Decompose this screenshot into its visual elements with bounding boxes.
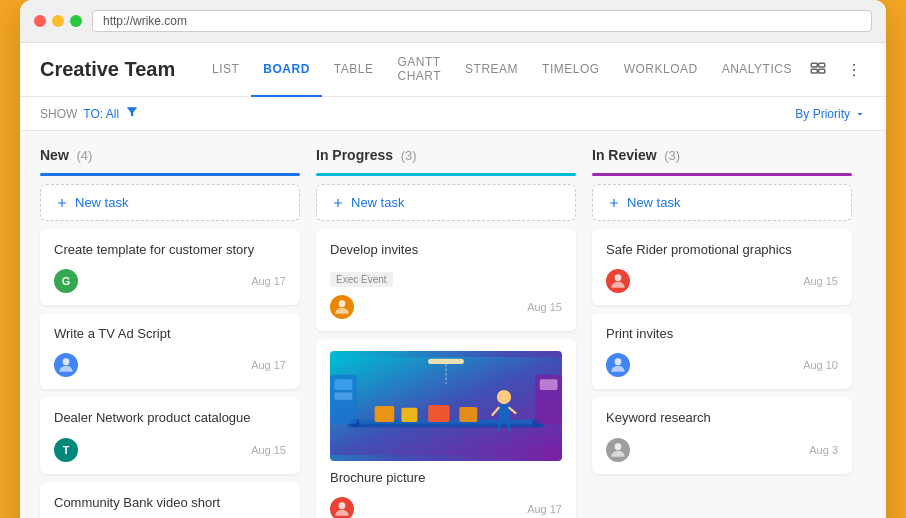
filter-left: SHOW TO: All [40,105,139,122]
header-actions [804,56,868,84]
plus-icon [607,196,621,210]
svg-rect-29 [428,359,464,364]
more-options-icon[interactable] [840,56,868,84]
tab-analytics[interactable]: ANALYTICS [710,43,804,97]
card-title: Brochure picture [330,469,562,487]
svg-point-23 [497,390,511,404]
tab-stream[interactable]: STREAM [453,43,530,97]
tab-board[interactable]: BOARD [251,43,322,97]
svg-rect-20 [334,393,352,400]
project-title: Creative Team [40,58,200,81]
close-button[interactable] [34,15,46,27]
column-in-progress: In Progress (3) New task Develop invites… [316,147,576,518]
svg-rect-0 [811,63,817,67]
svg-point-7 [63,359,70,366]
avatar: T [54,438,78,462]
new-task-label-in-progress: New task [351,195,404,210]
column-in-progress-title: In Progress [316,147,393,163]
card-title: Write a TV Ad Script [54,325,286,343]
plus-icon [55,196,69,210]
column-new: New (4) New task Create template for cus… [40,147,300,518]
column-in-review-header: In Review (3) [592,147,852,163]
svg-point-31 [339,503,346,510]
svg-rect-14 [375,406,395,422]
tab-timelog[interactable]: TIMELOG [530,43,612,97]
card-footer: Aug 15 [330,295,562,319]
card-date: Aug 17 [251,275,286,287]
card-date: Aug 3 [809,444,838,456]
new-task-button-in-progress[interactable]: New task [316,184,576,221]
tab-list[interactable]: LIST [200,43,251,97]
members-icon[interactable] [804,56,832,84]
filter-icon[interactable] [125,105,139,122]
new-task-button-in-review[interactable]: New task [592,184,852,221]
card-tv-ad[interactable]: Write a TV Ad Script Aug 17 [40,313,300,389]
svg-rect-1 [819,63,825,67]
card-brochure-picture[interactable]: Brochure picture Aug 17 [316,339,576,518]
card-title: Community Bank video short [54,494,286,512]
tab-table[interactable]: TABLE [322,43,386,97]
column-in-review-count: (3) [661,148,681,163]
card-title: Create template for customer story [54,241,286,259]
avatar [330,497,354,518]
column-new-title: New [40,147,69,163]
card-community-bank[interactable]: Community Bank video short G Aug 10 [40,482,300,518]
svg-rect-3 [819,69,825,73]
svg-rect-16 [428,405,449,422]
url-bar[interactable]: http://wrike.com [92,10,872,32]
traffic-lights [34,15,82,27]
card-tag: Exec Event [330,272,393,287]
avatar [330,295,354,319]
avatar [606,269,630,293]
avatar [54,353,78,377]
by-priority-dropdown[interactable]: By Priority [795,107,866,121]
show-label: SHOW [40,107,77,121]
svg-point-4 [853,63,855,65]
svg-point-32 [615,275,622,282]
card-footer: Aug 17 [54,353,286,377]
card-print-invites[interactable]: Print invites Aug 10 [592,313,852,389]
card-dealer-network[interactable]: Dealer Network product catalogue T Aug 1… [40,397,300,473]
card-date: Aug 17 [527,503,562,515]
avatar [606,353,630,377]
column-in-progress-header: In Progress (3) [316,147,576,163]
svg-rect-2 [811,69,817,73]
column-in-review-title: In Review [592,147,657,163]
card-create-template[interactable]: Create template for customer story G Aug… [40,229,300,305]
card-title: Keyword research [606,409,838,427]
browser-window: http://wrike.com Creative Team LIST BOAR… [20,0,886,518]
card-footer: G Aug 17 [54,269,286,293]
card-title: Safe Rider promotional graphics [606,241,838,259]
column-in-progress-count: (3) [397,148,417,163]
card-footer: T Aug 15 [54,438,286,462]
board: New (4) New task Create template for cus… [20,131,886,518]
card-develop-invites[interactable]: Develop invites Exec Event Aug 15 [316,229,576,331]
new-task-label-new: New task [75,195,128,210]
maximize-button[interactable] [70,15,82,27]
new-task-button-new[interactable]: New task [40,184,300,221]
card-safe-rider[interactable]: Safe Rider promotional graphics Aug 15 [592,229,852,305]
svg-rect-19 [334,379,352,390]
new-task-label-in-review: New task [627,195,680,210]
column-new-count: (4) [73,148,93,163]
svg-point-34 [615,443,622,450]
card-date: Aug 10 [803,359,838,371]
svg-rect-24 [499,404,510,420]
plus-icon [331,196,345,210]
card-date: Aug 15 [251,444,286,456]
card-date: Aug 15 [803,275,838,287]
card-title: Develop invites [330,241,562,259]
svg-point-6 [853,74,855,76]
nav-tabs: LIST BOARD TABLE GANTT CHART STREAM TIME… [200,43,804,97]
filter-to-all[interactable]: TO: All [83,107,119,121]
svg-rect-22 [540,379,558,390]
card-keyword-research[interactable]: Keyword research Aug 3 [592,397,852,473]
svg-point-33 [615,359,622,366]
card-footer: Aug 15 [606,269,838,293]
card-date: Aug 15 [527,301,562,313]
column-new-header: New (4) [40,147,300,163]
tab-workload[interactable]: WORKLOAD [612,43,710,97]
minimize-button[interactable] [52,15,64,27]
svg-rect-11 [348,424,544,428]
tab-gantt[interactable]: GANTT CHART [385,43,453,97]
